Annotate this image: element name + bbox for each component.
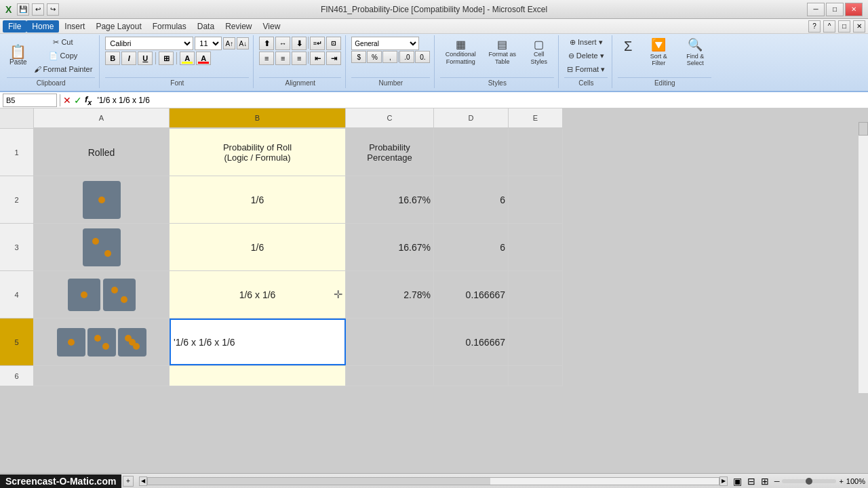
zoom-slider-thumb[interactable] (806, 478, 812, 485)
cell-A6[interactable] (34, 366, 170, 386)
cell-E2[interactable] (509, 176, 563, 223)
cell-A2[interactable] (34, 176, 170, 223)
delete-btn[interactable]: ⊖ Delete ▾ (564, 50, 608, 62)
window-restore-btn2[interactable]: □ (838, 20, 850, 33)
menu-file[interactable]: File (3, 20, 26, 33)
underline-btn[interactable]: U (138, 52, 153, 65)
scroll-right-btn[interactable]: ▶ (719, 476, 728, 486)
copy-button[interactable]: 📄 Copy (31, 50, 96, 62)
increase-indent-btn[interactable]: ⇥ (326, 52, 341, 65)
cell-A1[interactable]: Rolled (34, 129, 170, 176)
find-select-btn[interactable]: 🔍 Find & Select (679, 37, 711, 68)
col-header-E[interactable]: E (509, 108, 563, 127)
percent-btn[interactable]: % (367, 51, 382, 63)
col-header-B[interactable]: B (170, 108, 346, 127)
bold-btn[interactable]: B (105, 52, 120, 65)
increase-decimal-btn[interactable]: .0 (399, 51, 414, 63)
col-header-C[interactable]: C (346, 108, 434, 127)
align-right-btn[interactable]: ≡ (292, 52, 307, 65)
wrap-text-btn[interactable]: ≡↵ (310, 37, 325, 50)
cell-A3[interactable] (34, 224, 170, 270)
format-btn[interactable]: ⊟ Format ▾ (564, 64, 608, 76)
row-header-4[interactable]: 4 (0, 271, 34, 319)
h-scrollbar-track[interactable] (147, 477, 719, 485)
cell-E6[interactable] (509, 366, 563, 386)
sort-filter-btn[interactable]: 🔽 Sort & Filter (642, 37, 675, 68)
view-normal-btn[interactable]: ▣ (733, 476, 742, 487)
font-family-select[interactable]: Calibri (105, 37, 193, 50)
decrease-font-btn[interactable]: A↓ (237, 37, 249, 49)
cell-D6[interactable] (434, 366, 509, 386)
formula-input[interactable] (94, 96, 865, 105)
row-header-2[interactable]: 2 (0, 176, 34, 224)
h-scrollbar-thumb[interactable] (148, 478, 490, 485)
zoom-in-btn[interactable]: + (839, 477, 843, 485)
cell-E4[interactable] (509, 271, 563, 318)
cell-B5[interactable]: '1/6 x 1/6 x 1/6 (170, 319, 346, 365)
cell-D2[interactable]: 6 (434, 176, 509, 223)
confirm-formula-icon[interactable]: ✓ (74, 95, 82, 106)
decrease-indent-btn[interactable]: ⇤ (310, 52, 325, 65)
format-painter-button[interactable]: 🖌 Format Painter (31, 64, 96, 76)
scrollbar-thumb[interactable] (859, 122, 868, 136)
cell-D3[interactable]: 6 (434, 224, 509, 270)
redo-btn[interactable]: ↪ (47, 3, 59, 16)
cell-C4[interactable]: 2.78% (346, 271, 434, 318)
help-question-btn[interactable]: ? (808, 20, 821, 33)
cell-C2[interactable]: 16.67% (346, 176, 434, 223)
view-page-layout-btn[interactable]: ⊟ (747, 476, 755, 487)
cell-E1[interactable] (509, 129, 563, 176)
currency-btn[interactable]: $ (351, 51, 366, 63)
cell-B4[interactable]: 1/6 x 1/6 ✛ (170, 271, 346, 318)
number-format-select[interactable]: General (351, 37, 419, 50)
row-header-3[interactable]: 3 (0, 224, 34, 271)
menu-home[interactable]: Home (26, 20, 59, 33)
scroll-left-btn[interactable]: ◀ (139, 476, 147, 486)
cell-D4[interactable]: 0.166667 (434, 271, 509, 318)
autosum-btn[interactable]: Σ (618, 37, 638, 56)
view-page-break-btn[interactable]: ⊞ (761, 476, 769, 487)
col-header-D[interactable]: D (434, 108, 509, 127)
col-header-A[interactable]: A (34, 108, 170, 127)
row-header-6[interactable]: 6 (0, 366, 34, 386)
align-left-btn[interactable]: ≡ (259, 52, 274, 65)
row-header-1[interactable]: 1 (0, 129, 34, 176)
cell-A4[interactable] (34, 271, 170, 318)
align-top-btn[interactable]: ⬆ (259, 37, 274, 50)
fill-color-btn[interactable]: A (180, 52, 195, 65)
italic-btn[interactable]: I (121, 52, 136, 65)
window-close-btn2[interactable]: ✕ (853, 20, 865, 33)
comma-btn[interactable]: , (382, 51, 397, 63)
zoom-slider[interactable] (782, 479, 836, 483)
increase-font-btn[interactable]: A↑ (223, 37, 235, 49)
cut-button[interactable]: ✂ Cut (31, 37, 96, 49)
menu-view[interactable]: View (258, 20, 286, 33)
insert-function-icon[interactable]: fx (85, 94, 92, 106)
cell-C5[interactable] (346, 319, 434, 365)
align-bottom-btn[interactable]: ⬇ (292, 37, 307, 50)
format-as-table-btn[interactable]: ▤ Format as Table (484, 37, 521, 67)
restore-btn[interactable]: □ (826, 3, 844, 16)
cell-B6[interactable] (170, 366, 346, 386)
insert-btn[interactable]: ⊕ Insert ▾ (564, 37, 608, 49)
merge-center-btn[interactable]: ⊡ (326, 37, 341, 50)
minimize-btn[interactable]: ─ (807, 3, 825, 16)
save-quick-btn[interactable]: 💾 (17, 3, 29, 16)
menu-insert[interactable]: Insert (59, 20, 90, 33)
add-sheet-btn[interactable]: + (123, 476, 134, 487)
menu-page-layout[interactable]: Page Layout (90, 20, 146, 33)
row-header-5[interactable]: 5 (0, 319, 34, 366)
cell-E3[interactable] (509, 224, 563, 270)
cell-C3[interactable]: 16.67% (346, 224, 434, 270)
font-size-select[interactable]: 11 (195, 37, 222, 50)
undo-btn[interactable]: ↩ (32, 3, 44, 16)
cell-B2[interactable]: 1/6 (170, 176, 346, 223)
border-btn[interactable]: ⊞ (159, 52, 174, 65)
menu-review[interactable]: Review (220, 20, 257, 33)
cell-A5[interactable] (34, 319, 170, 365)
cell-C6[interactable] (346, 366, 434, 386)
cell-D5[interactable]: 0.166667 (434, 319, 509, 365)
cell-styles-btn[interactable]: ▢ Cell Styles (524, 37, 554, 67)
cell-B1[interactable]: Probability of Roll (Logic / Formula) (170, 129, 346, 176)
font-color-btn[interactable]: A (196, 52, 211, 65)
